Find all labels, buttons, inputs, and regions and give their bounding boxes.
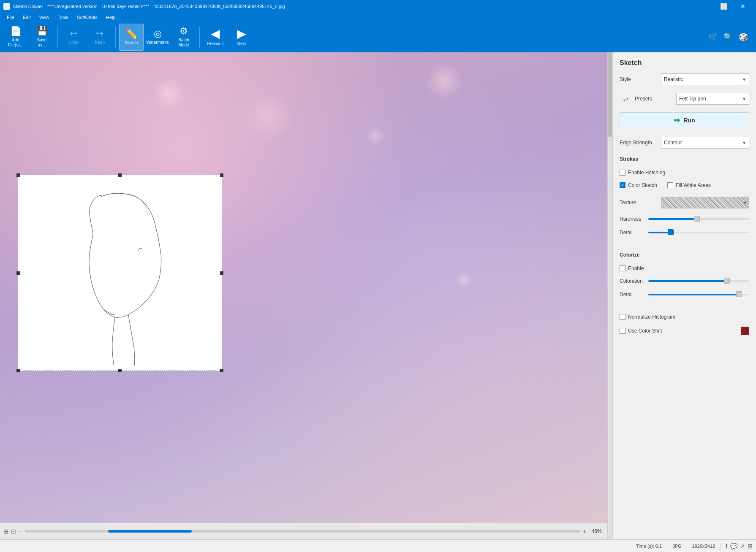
color-sketch-row: Color Sketch bbox=[620, 182, 657, 188]
texture-label: Texture bbox=[620, 200, 658, 206]
hardness-slider[interactable] bbox=[648, 218, 749, 220]
zoom-scrollbar[interactable] bbox=[25, 530, 580, 533]
enable-hatching-checkbox[interactable] bbox=[620, 170, 625, 176]
divider-2 bbox=[620, 307, 749, 307]
save-as-label: Saveas... bbox=[37, 38, 47, 48]
menu-file[interactable]: File bbox=[3, 14, 18, 21]
edge-strength-select[interactable]: Contour ▼ bbox=[661, 137, 749, 149]
menu-tools[interactable]: Tools bbox=[54, 14, 72, 21]
undo-button[interactable]: ↩ Undo bbox=[61, 24, 86, 51]
search-icon[interactable]: 🔍 bbox=[722, 31, 734, 43]
run-button[interactable]: ➡ Run bbox=[620, 112, 749, 128]
bokeh-spot bbox=[364, 125, 386, 146]
zoom-window-icon[interactable]: ⊡ bbox=[11, 528, 16, 535]
color-sketch-checkbox[interactable] bbox=[620, 182, 625, 188]
watermarks-button[interactable]: ◎ Watermarks bbox=[145, 24, 170, 51]
maximize-button[interactable]: ⬜ bbox=[714, 0, 733, 13]
statusbar: Time (s): 0.1 JPG 1920x3412 ℹ 💬 ↗ ⊞ bbox=[0, 539, 756, 552]
canvas-vscroll-thumb[interactable] bbox=[608, 52, 612, 137]
presets-select[interactable]: Felt-Tip pen ▼ bbox=[676, 93, 749, 105]
edge-strength-value: Contour bbox=[664, 140, 682, 146]
cube-icon[interactable]: 🎲 bbox=[737, 31, 749, 43]
cart-icon[interactable]: 🛒 bbox=[707, 31, 719, 43]
run-label: Run bbox=[683, 117, 695, 124]
sketch-label: Sketch bbox=[125, 41, 138, 46]
normalize-label: Normalize Histogram bbox=[628, 314, 675, 320]
coloration-thumb[interactable] bbox=[724, 278, 730, 284]
panel-title: Sketch bbox=[620, 59, 749, 67]
time-label: Time (s): 0.1 bbox=[636, 544, 662, 549]
next-button[interactable]: ▶ Next bbox=[229, 24, 254, 51]
detail-row: Detail bbox=[620, 230, 749, 235]
hardness-thumb[interactable] bbox=[694, 216, 700, 222]
redo-button[interactable]: ↪ Redo bbox=[87, 24, 112, 51]
fill-white-areas-checkbox[interactable] bbox=[667, 182, 673, 188]
enable-hatching-label: Enable Hatching bbox=[628, 170, 665, 176]
coloration-label: Coloration bbox=[620, 278, 645, 284]
zoom-in-button[interactable]: + bbox=[583, 528, 587, 535]
status-icon-2[interactable]: 💬 bbox=[730, 543, 737, 549]
presets-icon[interactable]: ⇌ bbox=[620, 93, 631, 105]
divider-1 bbox=[620, 245, 749, 245]
canvas-area[interactable]: ⊞ ⊡ − + 46% bbox=[0, 52, 607, 539]
color-shift-checkbox[interactable] bbox=[620, 328, 625, 334]
toolbar-right-icons: 🛒 🔍 🎲 bbox=[707, 31, 753, 43]
canvas-vscroll[interactable] bbox=[607, 52, 612, 539]
right-panel: Sketch Style Realistic ▼ ⇌ Presets Felt-… bbox=[612, 52, 756, 539]
colorize-enable-checkbox[interactable] bbox=[620, 265, 625, 271]
bokeh-spot bbox=[456, 271, 473, 288]
titlebar: Sketch Drawer - ****Unregistered version… bbox=[0, 0, 756, 13]
normalize-checkbox[interactable] bbox=[620, 314, 625, 320]
previous-button[interactable]: ◀ Previous bbox=[203, 24, 228, 51]
zoom-fit-icon[interactable]: ⊞ bbox=[3, 528, 8, 535]
style-row: Style Realistic ▼ bbox=[620, 73, 749, 85]
save-as-icon: 💾 bbox=[36, 27, 48, 36]
coloration-slider[interactable] bbox=[648, 280, 749, 282]
menu-help[interactable]: Help bbox=[103, 14, 119, 21]
previous-icon: ◀ bbox=[211, 28, 220, 40]
undo-icon: ↩ bbox=[70, 29, 77, 38]
status-icon-4[interactable]: ⊞ bbox=[748, 543, 753, 549]
enable-hatching-row: Enable Hatching bbox=[620, 170, 749, 176]
add-files-icon: 📄 bbox=[10, 27, 22, 36]
detail-thumb[interactable] bbox=[668, 229, 674, 235]
zoom-thumb[interactable] bbox=[108, 530, 191, 533]
zoom-out-button[interactable]: − bbox=[19, 528, 22, 535]
detail-fill bbox=[648, 232, 671, 233]
detail-colorize-thumb[interactable] bbox=[736, 291, 742, 297]
menu-edit[interactable]: Edit bbox=[19, 14, 34, 21]
sketch-icon: ✏️ bbox=[125, 29, 138, 39]
presets-chevron: ▼ bbox=[742, 97, 746, 101]
status-icon-3[interactable]: ↗ bbox=[740, 543, 745, 549]
close-button[interactable]: ✕ bbox=[733, 0, 753, 13]
texture-preview[interactable]: ▼ bbox=[661, 197, 749, 208]
strokes-title: Strokes bbox=[620, 156, 749, 162]
format-label: JPG bbox=[672, 544, 681, 549]
detail-label: Detail bbox=[620, 230, 645, 235]
titlebar-left: Sketch Drawer - ****Unregistered version… bbox=[3, 3, 285, 10]
style-select[interactable]: Realistic ▼ bbox=[661, 73, 749, 85]
previous-label: Previous bbox=[207, 41, 224, 46]
menu-view[interactable]: View bbox=[36, 14, 53, 21]
color-sketch-label: Color Sketch bbox=[628, 182, 657, 188]
redo-icon: ↪ bbox=[96, 29, 103, 38]
toolbar-sep-1 bbox=[57, 27, 58, 48]
detail-slider[interactable] bbox=[648, 232, 749, 233]
status-icon-1[interactable]: ℹ bbox=[726, 543, 728, 549]
sketch-button[interactable]: ✏️ Sketch bbox=[119, 24, 144, 51]
presets-label: Presets bbox=[635, 96, 673, 102]
colorize-enable-row: Enable bbox=[620, 265, 749, 271]
style-value: Realistic bbox=[664, 76, 683, 82]
add-files-button[interactable]: 📄 AddFile(s)... bbox=[3, 24, 28, 51]
edge-strength-label: Edge Strength bbox=[620, 140, 658, 146]
detail-colorize-row: Detail bbox=[620, 292, 749, 298]
save-as-button[interactable]: 💾 Saveas... bbox=[30, 24, 54, 51]
color-shift-swatch[interactable] bbox=[741, 327, 749, 335]
detail-colorize-slider[interactable] bbox=[648, 294, 749, 295]
status-sep-2 bbox=[687, 543, 687, 549]
minimize-button[interactable]: — bbox=[694, 0, 714, 13]
batch-mode-button[interactable]: ⚙ BatchMode bbox=[171, 24, 196, 51]
texture-row: Texture ▼ bbox=[620, 197, 749, 208]
bottom-scrollbar: ⊞ ⊡ − + 46% bbox=[0, 522, 607, 539]
menu-softorbits[interactable]: SoftOrbits bbox=[73, 14, 101, 21]
